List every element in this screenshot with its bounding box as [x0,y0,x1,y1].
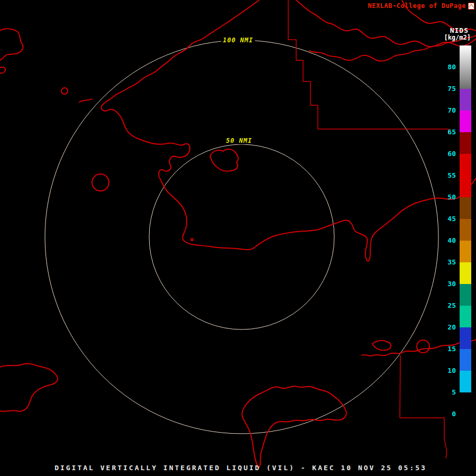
brand-text: NEXLAB-College of DuPage [368,2,466,10]
colorbar-tick-25: 25 [433,301,456,309]
brand-watermark: NEXLAB-College of DuPage [368,2,474,10]
colorbar-tick-35: 35 [433,258,456,266]
colorbar-tick-80: 80 [433,63,456,71]
colorbar-title: NIDS [450,26,469,34]
colorbar-units: [kg/m2] [444,34,471,41]
colorbar-tick-55: 55 [433,171,456,179]
colorbar-tick-45: 45 [433,215,456,223]
colorbar-ticks: 80757065605550454035302520151050 [0,0,476,476]
product-caption: DIGITAL VERTICALLY INTEGRATED LIQUID (VI… [3,464,476,472]
colorbar-tick-0: 0 [433,410,456,418]
colorbar-tick-30: 30 [433,280,456,288]
colorbar-tick-5: 5 [433,388,456,396]
colorbar-tick-20: 20 [433,323,456,331]
colorbar-tick-40: 40 [433,236,456,244]
colorbar-tick-10: 10 [433,367,456,374]
colorbar-tick-60: 60 [433,150,456,158]
radar-display: 50 NMI100 NMI 80757065605550454035302520… [0,0,476,476]
colorbar-tick-50: 50 [433,193,456,201]
colorbar-tick-70: 70 [433,106,456,114]
colorbar-tick-75: 75 [433,85,456,93]
colorbar-tick-15: 15 [433,345,456,353]
nexlab-logo-icon [468,3,474,10]
colorbar-tick-65: 65 [433,128,456,136]
